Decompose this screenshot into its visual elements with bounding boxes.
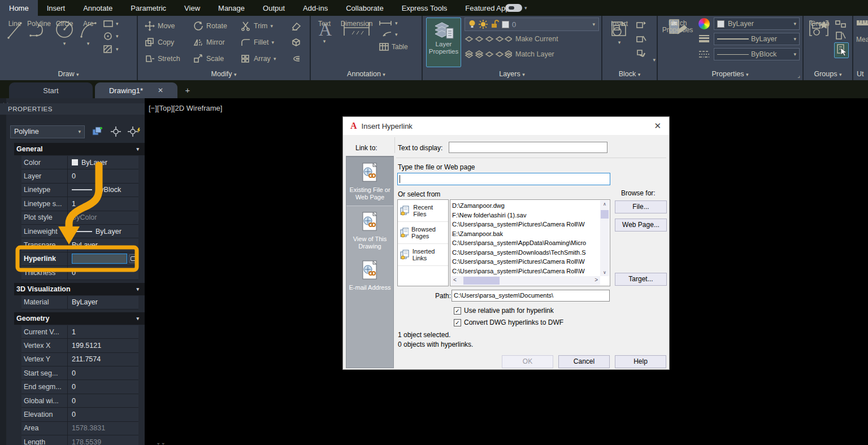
measure-button[interactable]: Mea [856,36,868,43]
object-color-dropdown[interactable]: ByLayer▾ [714,18,800,30]
close-tab-icon[interactable]: ✕ [158,86,163,94]
section-general[interactable]: General▾ [14,143,145,155]
trim-button[interactable]: Trim ▾ [241,21,290,31]
linetype-dropdown[interactable]: ByBlock▾ [714,48,800,60]
ribbon-tab[interactable]: View [175,0,209,16]
chevron-down-icon[interactable]: ▾ [524,5,527,11]
property-row[interactable]: Material ByLayer [21,296,138,309]
vertical-scrollbar[interactable]: ∧ ∨ [600,200,609,276]
explode-button[interactable] [290,38,305,47]
offset-button[interactable] [290,54,305,63]
ribbon-tab[interactable]: Parametric [121,0,175,16]
cancel-button[interactable]: Cancel [558,355,610,368]
erase-button[interactable] [290,21,305,31]
hatch-button[interactable]: ▾ [103,45,119,54]
close-icon[interactable]: ✕ [654,121,661,131]
chevron-down-icon[interactable]: ▾ [653,58,656,62]
move-button[interactable]: Move [145,21,193,31]
stretch-button[interactable]: Stretch [145,54,193,63]
arc-button[interactable]: Arc ▾ [77,18,99,69]
dim-linear-button[interactable]: ▾ [379,20,408,27]
property-row-hyperlink[interactable]: Hyperlink [21,252,138,266]
property-row[interactable]: Linetype ByBlock [21,184,138,197]
path-input[interactable]: C:\Users\parsa_system\Documents\ [452,290,610,302]
ribbon-tab[interactable]: Express Tools [393,0,457,16]
panel-footer-modify[interactable]: Modify ▾ [138,69,310,80]
file-path-item[interactable]: C:\Users\parsa_system\Pictures\Camera Ro… [452,267,600,276]
file-path-item[interactable]: C:\Users\parsa_system\Pictures\Camera Ro… [452,220,600,229]
scale-button[interactable]: Scale [193,54,241,63]
scroll-right-icon[interactable]: > [594,277,598,283]
rectangle-button[interactable]: ▾ [103,20,119,28]
toggle-pickadd-icon[interactable] [92,126,103,137]
scroll-left-icon[interactable]: < [453,277,457,283]
property-row[interactable]: Global wi... 0 [21,394,138,408]
ribbon-tab[interactable]: Add-ins [294,0,337,16]
scrollbar-thumb[interactable] [601,210,609,219]
file-path-item[interactable]: C:\Users\parsa_system\Downloads\TechSmit… [452,248,600,258]
tab-drawing1[interactable]: Drawing1*✕ [95,82,177,98]
insert-block-button[interactable]: Insert ▾ [606,18,633,69]
property-row[interactable]: Linetype s... 1 [21,197,138,211]
property-row[interactable]: End segm... 0 [21,380,138,394]
scroll-up-icon[interactable]: ∧ [600,202,609,207]
property-row[interactable]: Transpare... ByLayer [21,238,138,252]
ribbon-tab[interactable]: Insert [38,0,75,16]
chevron-down-icon[interactable]: ▾ [592,22,595,27]
panel-footer-layers[interactable]: Layers ▾ [423,69,601,80]
horizontal-scrollbar[interactable]: < > [451,276,600,285]
recent-files-list[interactable]: D:\Zamanpoor.dwgF:\New folder\ashiri (1)… [450,199,610,286]
panel-footer-groups[interactable]: Groups ▾ [804,69,852,80]
rotate-button[interactable]: Rotate [193,21,241,31]
property-row[interactable]: Vertex Y 211.7574 [21,353,138,367]
property-row[interactable]: Current V... 1 [21,325,138,339]
sidebar-link-type[interactable]: E-mail Address [346,255,393,296]
convert-dwf-checkbox[interactable]: ✓ Convert DWG hyperlinks to DWF [454,319,563,326]
file-path-item[interactable]: E:\Zamanpoor.bak [452,229,600,239]
property-row[interactable]: Area 1578.3831 [21,422,138,435]
property-row[interactable]: Elevation 0 [21,408,138,421]
object-type-dropdown[interactable]: Polyline▾ [10,125,85,138]
scroll-down-icon[interactable]: ∨ [600,270,609,275]
property-row-thickness[interactable]: Thickness 0 [21,266,138,280]
group-selection-toggle[interactable] [834,42,849,58]
panel-footer-block[interactable]: Block ▾ [602,69,657,80]
ribbon-tab[interactable]: Manage [209,0,254,16]
panel-footer-utilities[interactable]: Ut [853,69,868,80]
property-row[interactable]: Color ByLayer [21,156,138,169]
property-row[interactable]: Plot style ByColor [21,211,138,225]
ribbon-tab[interactable]: Output [254,0,294,16]
array-button[interactable]: Array ▾ [241,54,290,63]
panel-footer-properties[interactable]: Properties ▾ [658,69,802,80]
property-row[interactable]: Layer 0 [21,169,138,183]
match-properties-button[interactable]: Match Properties [661,18,694,69]
property-row[interactable]: Vertex X 199.5121 [21,339,138,352]
hyperlink-browse-button[interactable] [129,254,138,263]
dimension-button[interactable]: Dimension [339,18,374,69]
ellipse-button[interactable]: ▾ [103,32,119,41]
select-from-category[interactable]: Browsed Pages [398,222,448,244]
property-row[interactable]: Lineweight ByLayer [21,225,138,238]
file-path-item[interactable]: C:\Users\parsa_system\AppData\Roaming\Mi… [452,238,600,248]
sidebar-link-type[interactable]: View of This Drawing [346,206,393,255]
ok-button[interactable]: OK [502,355,553,368]
file-path-item[interactable]: C:\Users\parsa_system\Pictures\Camera Ro… [452,257,600,267]
new-tab-button[interactable]: + [182,85,193,96]
section-geometry[interactable]: Geometry▾ [14,312,145,325]
chevron-down-icon[interactable]: ▾ [87,41,90,46]
viewport-controls[interactable]: [−][Top][2D Wireframe] [149,104,222,112]
select-from-category[interactable]: Inserted Links [398,244,448,266]
panel-launcher-icon[interactable]: ⌟ [797,72,800,78]
scrollbar-thumb[interactable] [463,277,500,285]
ribbon-tab[interactable]: Annotate [74,0,121,16]
mirror-button[interactable]: Mirror [193,38,241,47]
layer-properties-button[interactable]: Layer Properties [426,18,461,67]
quick-select-icon[interactable] [128,126,141,137]
browse-webpage-button[interactable]: Web Page... [615,219,667,232]
panel-footer-annotation[interactable]: Annotation ▾ [311,69,422,80]
line-button[interactable]: Line [3,18,26,69]
match-layer-button[interactable]: Match Layer [515,50,554,58]
ribbon-tab[interactable]: Home [0,0,38,16]
ribbon-tab[interactable]: Collaborate [337,0,393,16]
fillet-button[interactable]: Fillet ▾ [241,38,290,47]
